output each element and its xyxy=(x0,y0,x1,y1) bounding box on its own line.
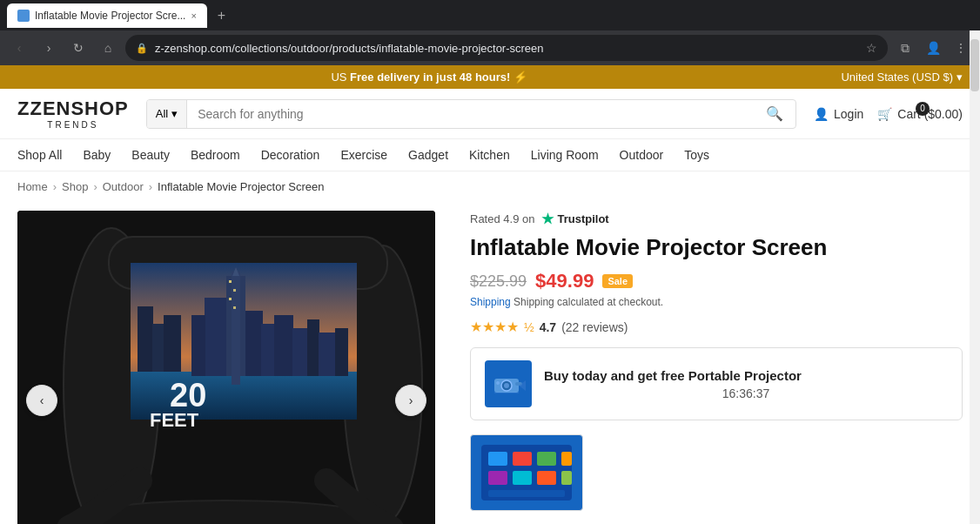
promo-text-area: Buy today and get free Portable Projecto… xyxy=(544,368,948,400)
shipping-link[interactable]: Shipping xyxy=(470,296,511,308)
logo-sub-text: TRENDS xyxy=(47,120,98,130)
breadcrumb: Home › Shop › Outdoor › Inflatable Movie… xyxy=(0,171,980,202)
browser-toolbar-icons: ⧉ 👤 ⋮ xyxy=(893,36,973,60)
site-header: ZZENSHOP TRENDS All ▾ 🔍 👤 Login 0 🛒 Cart… xyxy=(0,89,980,139)
trustpilot-logo: ★ Trustpilot xyxy=(541,211,608,227)
top-banner: US Free delivery in just 48 hours! ⚡ Uni… xyxy=(0,65,980,89)
logo-main-text: ZZENSHOP xyxy=(17,97,129,120)
svg-rect-39 xyxy=(513,452,532,466)
breadcrumb-sep-1: › xyxy=(53,180,57,193)
delivery-icon: ⚡ xyxy=(513,71,527,84)
search-category-dropdown[interactable]: All ▾ xyxy=(147,100,187,128)
nav-item-outdoor[interactable]: Outdoor xyxy=(620,139,664,171)
product-thumbnail[interactable] xyxy=(470,434,583,511)
svg-rect-18 xyxy=(274,315,293,376)
bookmark-icon[interactable]: ☆ xyxy=(866,41,877,55)
full-stars: ★★★★ xyxy=(470,319,519,335)
nav-item-shop-all[interactable]: Shop All xyxy=(17,139,62,171)
new-tab-button[interactable]: + xyxy=(214,4,229,27)
sale-badge: Sale xyxy=(602,274,633,288)
thumb-svg xyxy=(474,438,579,507)
browser-tab[interactable]: Inflatable Movie Projector Scre... × xyxy=(7,3,207,28)
tab-favicon xyxy=(17,10,30,22)
svg-rect-17 xyxy=(261,324,275,376)
svg-rect-45 xyxy=(561,471,572,485)
search-input[interactable] xyxy=(187,100,754,128)
category-dropdown-icon: ▾ xyxy=(171,107,178,120)
back-button[interactable]: ‹ xyxy=(7,36,31,60)
breadcrumb-shop[interactable]: Shop xyxy=(62,180,88,193)
nav-item-exercise[interactable]: Exercise xyxy=(340,139,387,171)
nav-item-gadget[interactable]: Gadget xyxy=(408,139,448,171)
breadcrumb-outdoor[interactable]: Outdoor xyxy=(103,180,144,193)
rating-row: ★★★★ ½ 4.7 (22 reviews) xyxy=(470,319,963,335)
svg-rect-43 xyxy=(513,471,532,485)
address-bar[interactable]: 🔒 z-zenshop.com/collections/outdoor/prod… xyxy=(125,35,888,61)
svg-rect-9 xyxy=(152,324,164,372)
svg-rect-14 xyxy=(205,298,226,376)
product-image-svg: 20 FEET xyxy=(17,211,435,524)
extensions-button[interactable]: ⧉ xyxy=(893,36,917,60)
trustpilot-star: ★ xyxy=(541,211,554,227)
search-button[interactable]: 🔍 xyxy=(754,100,795,128)
svg-rect-8 xyxy=(138,306,153,372)
nav-item-beauty[interactable]: Beauty xyxy=(131,139,170,171)
user-icon: 👤 xyxy=(814,107,829,121)
scrollbar-track[interactable] xyxy=(970,30,980,524)
nav-item-bedroom[interactable]: Bedroom xyxy=(191,139,240,171)
login-label: Login xyxy=(834,107,863,121)
tab-close-button[interactable]: × xyxy=(191,10,196,21)
nav-item-baby[interactable]: Baby xyxy=(83,139,111,171)
svg-rect-21 xyxy=(319,333,336,376)
svg-rect-22 xyxy=(335,328,348,376)
country-selector[interactable]: United States (USD $) ▾ xyxy=(841,71,963,84)
nav-item-toys[interactable]: Toys xyxy=(684,139,709,171)
login-button[interactable]: 👤 Login xyxy=(814,107,863,121)
browser-chrome: Inflatable Movie Projector Scre... × + xyxy=(0,0,980,30)
product-gallery: 20 FEET ‹ › xyxy=(17,211,435,524)
refresh-button[interactable]: ↻ xyxy=(66,36,91,60)
promo-timer: 16:36:37 xyxy=(544,386,948,400)
product-info: Rated 4.9 on ★ Trustpilot Inflatable Mov… xyxy=(470,211,963,524)
gallery-next-button[interactable]: › xyxy=(395,385,426,416)
home-button[interactable]: ⌂ xyxy=(96,36,120,60)
svg-rect-16 xyxy=(245,311,263,376)
site-logo[interactable]: ZZENSHOP TRENDS xyxy=(17,97,129,130)
forward-button[interactable]: › xyxy=(37,36,61,60)
trustpilot-name: Trustpilot xyxy=(557,212,608,225)
svg-rect-24 xyxy=(233,289,236,292)
svg-text:FEET: FEET xyxy=(150,409,199,431)
svg-marker-35 xyxy=(519,380,526,391)
profile-button[interactable]: 👤 xyxy=(921,36,945,60)
cart-button[interactable]: 0 🛒 Cart ($0.00) xyxy=(877,107,963,121)
delivery-banner: US Free delivery in just 48 hours! ⚡ xyxy=(17,71,841,84)
svg-rect-15 xyxy=(191,315,205,376)
lock-icon: 🔒 xyxy=(136,43,148,54)
nav-item-kitchen[interactable]: Kitchen xyxy=(469,139,510,171)
url-text: z-zenshop.com/collections/outdoor/produc… xyxy=(155,42,859,55)
breadcrumb-home[interactable]: Home xyxy=(17,180,48,193)
gallery-prev-button[interactable]: ‹ xyxy=(26,385,57,416)
breadcrumb-sep-3: › xyxy=(149,180,152,193)
nav-item-living-room[interactable]: Living Room xyxy=(531,139,599,171)
main-product-image: 20 FEET xyxy=(17,211,435,524)
svg-rect-19 xyxy=(292,328,308,376)
navigation-menu: Shop All Baby Beauty Bedroom Decoration … xyxy=(0,139,980,171)
cart-badge: 0 xyxy=(916,102,930,116)
browser-toolbar: ‹ › ↻ ⌂ 🔒 z-zenshop.com/collections/outd… xyxy=(0,30,980,65)
scrollbar-thumb[interactable] xyxy=(970,39,979,91)
header-actions: 👤 Login 0 🛒 Cart ($0.00) xyxy=(814,107,963,121)
delivery-prefix: US xyxy=(331,71,346,84)
promo-box[interactable]: Buy today and get free Portable Projecto… xyxy=(470,347,963,420)
nav-item-decoration[interactable]: Decoration xyxy=(261,139,320,171)
half-star: ½ xyxy=(524,320,534,334)
delivery-text: Free delivery in just 48 hours! xyxy=(350,71,510,84)
svg-rect-40 xyxy=(537,452,556,466)
search-icon: 🔍 xyxy=(766,106,783,121)
trustpilot-row: Rated 4.9 on ★ Trustpilot xyxy=(470,211,963,227)
svg-rect-33 xyxy=(496,381,500,385)
review-count: (22 reviews) xyxy=(561,320,628,334)
category-label: All xyxy=(156,107,168,120)
svg-rect-42 xyxy=(488,471,507,485)
svg-rect-44 xyxy=(537,471,556,485)
